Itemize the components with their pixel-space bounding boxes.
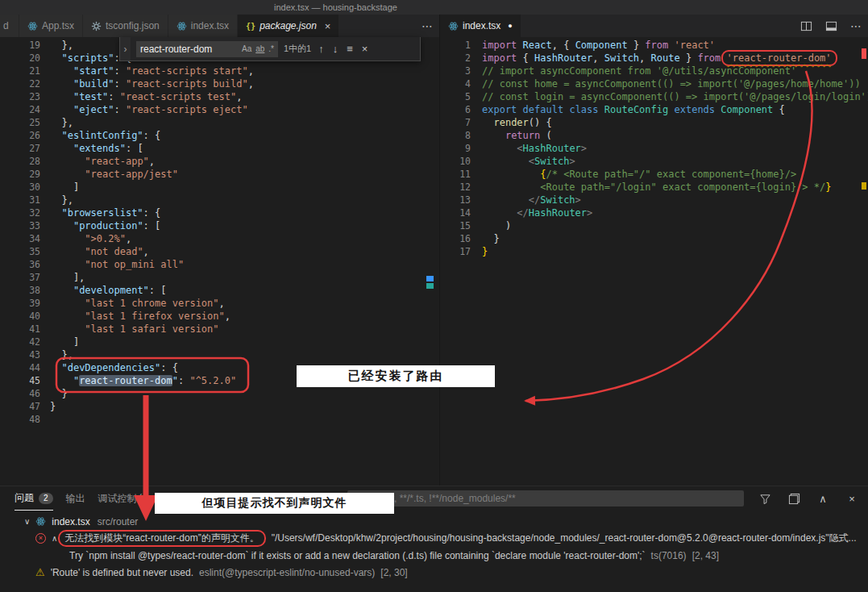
code-line-15[interactable]: 15 ): [440, 219, 868, 232]
code-line-47[interactable]: 47}: [0, 400, 439, 413]
code-text: },: [50, 116, 73, 129]
code-line-40[interactable]: 40 "last 1 firefox version",: [0, 310, 439, 323]
line-number: 3: [440, 65, 482, 77]
code-line-28[interactable]: 28 "react-app",: [0, 155, 439, 168]
code-text: "not dead",: [50, 245, 149, 258]
panel-restore-icon[interactable]: [786, 493, 802, 505]
code-line-16[interactable]: 16 }: [440, 232, 868, 245]
code-line-21[interactable]: 21 "start": "react-scripts start",: [0, 65, 439, 77]
code-line-34[interactable]: 34 ">0.2%",: [0, 232, 439, 245]
prev-match-icon[interactable]: ↑: [317, 43, 326, 55]
code-text: "react-router-dom": "^5.2.0": [50, 374, 236, 387]
code-text: "devDependencies": {: [50, 361, 178, 374]
code-line-25[interactable]: 25 },: [0, 116, 439, 129]
more-actions-icon[interactable]: ⋯: [844, 15, 868, 37]
problem-row-hint[interactable]: Try `npm install @types/react-router-dom…: [0, 547, 868, 564]
problems-filter-input[interactable]: [347, 490, 744, 507]
code-line-37[interactable]: 37 ],: [0, 271, 439, 284]
chevron-up-icon[interactable]: ∧: [52, 534, 57, 543]
code-text: },: [50, 348, 73, 361]
code-line-9[interactable]: 9 <HashRouter>: [440, 142, 868, 155]
line-number: 35: [0, 245, 50, 258]
line-number: 7: [440, 116, 482, 129]
close-icon[interactable]: ×: [360, 43, 370, 55]
regex-icon[interactable]: .*: [268, 44, 274, 53]
filter-icon[interactable]: [757, 493, 773, 505]
editor-layout-icon[interactable]: [819, 15, 844, 37]
toggle-replace-icon[interactable]: ›: [120, 37, 131, 60]
code-line-35[interactable]: 35 "not dead",: [0, 245, 439, 258]
problem-row-warning[interactable]: ⚠ 'Route' is defined but never used. esl…: [0, 564, 868, 581]
tab-app-tsx[interactable]: App.tsx: [19, 15, 83, 37]
line-number: 8: [440, 129, 482, 142]
code-line-7[interactable]: 7 render() {: [440, 116, 868, 129]
code-line-14[interactable]: 14 </HashRouter>: [440, 206, 868, 219]
code-line-2[interactable]: 2import { HashRouter, Switch, Route } fr…: [440, 52, 868, 65]
code-line-29[interactable]: 29 "react-app/jest": [0, 168, 439, 181]
code-line-39[interactable]: 39 "last 1 chrome version",: [0, 297, 439, 310]
tab-index-tsx[interactable]: index.tsx: [168, 15, 238, 37]
code-line-48[interactable]: 48: [0, 413, 439, 426]
find-in-selection-icon[interactable]: ≡: [345, 43, 355, 55]
line-number: 2: [440, 52, 482, 65]
code-line-27[interactable]: 27 "extends": [: [0, 142, 439, 155]
code-line-24[interactable]: 24 "eject": "react-scripts eject": [0, 103, 439, 116]
code-text: // const home = asyncComponent(() => imp…: [482, 77, 861, 90]
title-bar[interactable]: index.tsx — housing-backstage: [0, 0, 868, 15]
code-line-4[interactable]: 4// const home = asyncComponent(() => im…: [440, 77, 868, 90]
code-line-5[interactable]: 5// const login = asyncComponent(() => i…: [440, 90, 868, 103]
tab-debug-console[interactable]: 调试控制台: [98, 486, 147, 511]
panel-close-icon[interactable]: ×: [844, 493, 860, 505]
tab-problems[interactable]: 问题 2: [15, 486, 53, 511]
code-line-42[interactable]: 42 ]: [0, 336, 439, 348]
code-text: <HashRouter>: [482, 142, 587, 155]
code-text: }: [482, 232, 500, 245]
code-line-41[interactable]: 41 "last 1 safari version": [0, 323, 439, 336]
editor-package-json[interactable]: 19 },20 "scripts": {21 "start": "react-s…: [0, 37, 439, 486]
tab-tsconfig-json[interactable]: tsconfig.json: [83, 15, 168, 37]
tab-index-tsx-right[interactable]: index.tsx ●: [440, 15, 521, 37]
code-line-12[interactable]: 12 <Route path="/login" exact component=…: [440, 181, 868, 194]
code-line-46[interactable]: 46 }: [0, 387, 439, 400]
line-number: 21: [0, 65, 50, 77]
tab-output[interactable]: 输出: [66, 486, 85, 511]
panel-header: 问题 2 输出 调试控制台 ∧ ×: [0, 486, 868, 511]
problem-row-error[interactable]: × ∧ 无法找到模块“react-router-dom”的声明文件。 "/Use…: [0, 530, 868, 547]
whole-word-icon[interactable]: ab: [255, 44, 264, 53]
code-line-22[interactable]: 22 "build": "react-scripts build",: [0, 77, 439, 90]
tab-partial[interactable]: d: [0, 15, 19, 37]
code-line-31[interactable]: 31 },: [0, 194, 439, 206]
code-line-32[interactable]: 32 "browserslist": {: [0, 206, 439, 219]
close-icon[interactable]: ×: [325, 20, 331, 32]
code-line-26[interactable]: 26 "eslintConfig": {: [0, 129, 439, 142]
code-line-38[interactable]: 38 "development": [: [0, 284, 439, 297]
split-editor-icon[interactable]: [794, 15, 819, 37]
more-tabs-icon[interactable]: ⋯: [415, 15, 439, 37]
code-line-3[interactable]: 3// import asyncComponent from '@/utils/…: [440, 65, 868, 77]
find-input[interactable]: react-router-dom Aa ab .*: [136, 41, 278, 57]
editor-index-tsx[interactable]: 1import React, { Component } from 'react…: [440, 37, 868, 486]
code-line-43[interactable]: 43 },: [0, 348, 439, 361]
problems-file-row[interactable]: ∨ index.tsx src/router: [0, 513, 868, 530]
code-line-6[interactable]: 6export default class RouteConfig extend…: [440, 103, 868, 116]
code-line-36[interactable]: 36 "not op_mini all": [0, 258, 439, 271]
code-line-8[interactable]: 8 return (: [440, 129, 868, 142]
line-number: 34: [0, 232, 50, 245]
code-line-30[interactable]: 30 ]: [0, 181, 439, 194]
next-match-icon[interactable]: ↓: [331, 43, 340, 55]
panel-maximize-icon[interactable]: ∧: [815, 493, 831, 505]
chevron-down-icon[interactable]: ∨: [24, 517, 30, 526]
tab-package-json[interactable]: {} package.json ×: [238, 15, 339, 37]
code-line-11[interactable]: 11 {/* <Route path="/" exact component={…: [440, 168, 868, 181]
match-case-icon[interactable]: Aa: [242, 44, 251, 53]
code-line-13[interactable]: 13 </Switch>: [440, 194, 868, 206]
unsaved-dot-icon[interactable]: ●: [508, 22, 512, 30]
line-number: 9: [440, 142, 482, 155]
code-line-17[interactable]: 17}: [440, 245, 868, 258]
code-line-10[interactable]: 10 <Switch>: [440, 155, 868, 168]
ruler-warning-mark: [862, 182, 866, 190]
code-line-33[interactable]: 33 "production": [: [0, 219, 439, 232]
code-text: "development": [: [50, 284, 167, 297]
code-line-23[interactable]: 23 "test": "react-scripts test",: [0, 90, 439, 103]
line-number: 45: [0, 374, 50, 387]
